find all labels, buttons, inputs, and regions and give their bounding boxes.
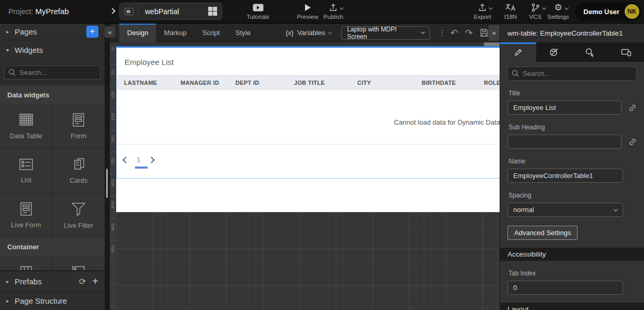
export-button[interactable]: Export	[469, 3, 495, 20]
variables-menu[interactable]: {x} Variables	[286, 29, 332, 37]
column-header[interactable]: DEPT ID	[235, 80, 294, 86]
current-page[interactable]: 1	[132, 156, 145, 164]
sidebar-collapse-button[interactable]: «	[105, 26, 115, 38]
widget-group-container: Container	[0, 237, 105, 256]
widget-tile-form[interactable]: Form	[53, 104, 105, 148]
avatar: NK	[625, 4, 639, 19]
translate-icon	[505, 3, 516, 12]
grid-menu-icon[interactable]	[208, 7, 217, 16]
add-page-button[interactable]: +	[86, 26, 98, 38]
export-icon	[478, 3, 487, 12]
tutorials-button[interactable]: Tutorials	[245, 3, 271, 20]
sidebar-section-prefabs[interactable]: ▸ Prefabs ⟳ +	[0, 270, 105, 291]
devices-icon	[621, 48, 631, 57]
tab-markup[interactable]: Markup	[156, 24, 194, 42]
partial-tab-webpartial[interactable]: webPartial	[119, 3, 222, 20]
widget-group-data-widgets: Data widgets	[0, 85, 105, 104]
list-icon	[18, 158, 35, 171]
caret-down-icon	[564, 5, 568, 9]
container-tiles-clipped	[0, 256, 105, 270]
i18n-button[interactable]: I18N	[498, 3, 524, 20]
widget-tile-partial[interactable]	[0, 256, 52, 270]
data-table-icon	[18, 113, 35, 127]
bind-link-icon[interactable]	[628, 104, 637, 112]
tile-label: Live Filter	[64, 222, 93, 229]
table-title[interactable]: Employee List	[125, 58, 174, 67]
refresh-icon[interactable]: ⟳	[79, 276, 86, 286]
canvas-horizontal-scrollbar[interactable]	[484, 42, 500, 46]
tab-index-field[interactable]	[507, 281, 623, 295]
widget-tile-cards[interactable]: Cards	[53, 149, 105, 193]
layout-columns-icon	[18, 264, 35, 270]
publish-button[interactable]: Publish	[320, 3, 346, 20]
tab-styles[interactable]	[536, 42, 572, 62]
table-header-row: LASTNAME MANAGER ID DEPT ID JOB TITLE CI…	[116, 75, 500, 90]
column-header[interactable]: BIRTHDATE	[422, 80, 484, 86]
sidebar-section-page-structure[interactable]: ▸ Page Structure	[0, 291, 105, 310]
widget-tile-list[interactable]: List	[0, 149, 52, 193]
field-label-spacing: Spacing	[509, 192, 637, 199]
widget-tile-partial[interactable]	[53, 256, 105, 270]
more-options-icon[interactable]: ⋮	[438, 30, 444, 36]
main-area: ▸ Pages + ▾ Widgets Data widgets Data Ta…	[0, 24, 644, 310]
sidebar-scrollbar[interactable]	[106, 169, 108, 198]
sidebar-section-pages[interactable]: ▸ Pages +	[0, 24, 105, 40]
add-prefab-icon[interactable]: +	[92, 275, 98, 287]
selected-widget-title: wm-table: EmployeeControllerTable1	[500, 24, 644, 42]
branch-icon	[531, 3, 540, 12]
properties-panel: wm-table: EmployeeControllerTable1 Title	[500, 24, 644, 310]
panel-icon	[70, 264, 87, 270]
properties-search-input[interactable]	[507, 67, 637, 81]
device-selector[interactable]: Laptop with MDPI Screen	[341, 26, 430, 40]
name-field[interactable]	[507, 169, 623, 183]
section-accessibility[interactable]: Accessibility	[500, 248, 644, 261]
sub-heading-field[interactable]	[507, 135, 622, 149]
widget-tile-live-filter[interactable]: Live Filter	[53, 193, 105, 237]
caret-down-icon	[489, 5, 493, 9]
save-icon[interactable]	[480, 28, 489, 37]
field-label-title: Title	[509, 90, 637, 97]
column-header[interactable]: LASTNAME	[116, 80, 180, 86]
table-pagination: 1	[123, 155, 154, 164]
tab-script[interactable]: Script	[195, 24, 228, 42]
page-preview: Employee List LASTNAME MANAGER ID DEPT I…	[116, 46, 500, 212]
column-header[interactable]: CITY	[357, 80, 422, 86]
tab-devices[interactable]	[608, 42, 644, 62]
tab-events[interactable]	[572, 42, 608, 62]
settings-button[interactable]: ⚙ Settings	[545, 3, 571, 20]
advanced-settings-button[interactable]: Advanced Settings	[507, 226, 578, 240]
spacing-select[interactable]: normal	[507, 203, 623, 217]
bind-link-icon[interactable]	[628, 138, 637, 146]
tab-style[interactable]: Style	[228, 24, 258, 42]
video-icon	[253, 3, 264, 12]
inspect-icon	[585, 48, 595, 57]
column-header[interactable]: JOB TITLE	[294, 80, 357, 86]
title-field[interactable]	[507, 101, 622, 115]
field-label-tab-index: Tab Index	[509, 270, 637, 277]
redo-icon[interactable]: ↷	[465, 28, 473, 38]
current-page-indicator	[135, 167, 148, 169]
cards-icon	[70, 157, 87, 172]
section-layout[interactable]: Layout	[500, 303, 644, 310]
tab-properties[interactable]	[500, 42, 536, 62]
column-header[interactable]: MANAGER ID	[180, 80, 235, 86]
next-page-icon[interactable]	[148, 157, 155, 163]
vertical-ruler: 0 50 100 150 200 250 300 350 400 450	[110, 42, 116, 310]
upload-icon	[329, 3, 337, 12]
form-icon	[70, 113, 87, 127]
tab-design[interactable]: Design	[119, 24, 156, 42]
preview-button[interactable]: Preview	[295, 3, 321, 20]
undo-icon[interactable]: ↶	[450, 28, 458, 38]
caret-down-icon	[340, 5, 344, 9]
previous-page-icon[interactable]	[122, 157, 129, 163]
vcs-button[interactable]: VCS	[522, 3, 548, 20]
tile-label: Data Table	[10, 132, 42, 140]
sidebar-section-widgets[interactable]: ▾ Widgets	[0, 40, 105, 60]
widget-tile-data-table[interactable]: Data Table	[0, 104, 52, 148]
widget-tile-live-form[interactable]: Live Form	[0, 193, 52, 237]
widgets-search-input[interactable]	[4, 65, 100, 80]
panel-expand-button[interactable]: »	[489, 25, 500, 41]
caret-down-icon	[614, 207, 618, 211]
column-header[interactable]: ROLE	[484, 80, 500, 86]
user-menu[interactable]: Demo User NK	[575, 2, 641, 21]
